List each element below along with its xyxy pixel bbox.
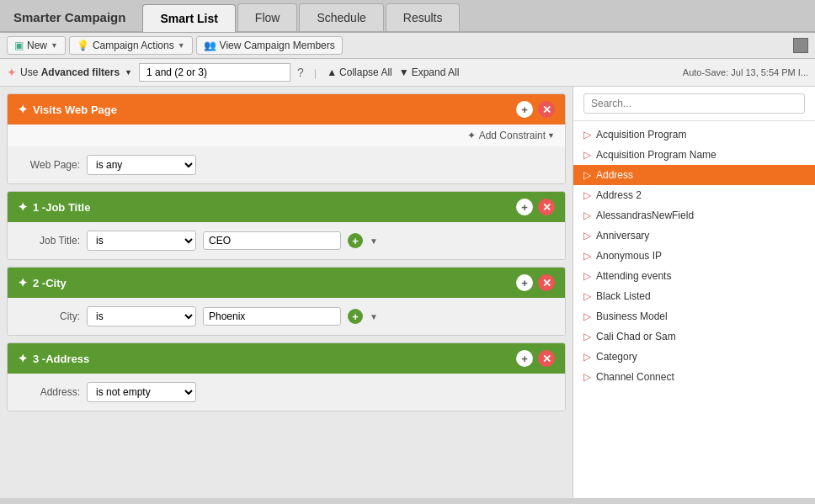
visits-web-page-add-btn[interactable]: + xyxy=(516,101,533,118)
attribute-label: AlessandrasNewField xyxy=(596,210,694,221)
attribute-item-alessandras-new-field[interactable]: ▷ AlessandrasNewField xyxy=(573,205,815,225)
attr-icon: ▷ xyxy=(583,210,591,221)
help-icon[interactable]: ? xyxy=(297,66,304,79)
attribute-label: Black Listed xyxy=(596,290,651,302)
visits-web-page-icon: ✦ xyxy=(18,103,28,116)
attribute-label: Channel Connect xyxy=(596,371,674,383)
attribute-item-acquisition-program[interactable]: ▷ Acquisition Program xyxy=(573,125,815,145)
attr-icon: ▷ xyxy=(583,129,591,141)
right-panel: ▷ Acquisition Program ▷ Acquisition Prog… xyxy=(573,87,815,498)
city-icon: ✦ xyxy=(18,276,28,289)
address-row: Address: is not empty xyxy=(21,382,551,402)
address-operator-select[interactable]: is not empty xyxy=(87,382,196,402)
web-page-operator-select[interactable]: is any xyxy=(87,155,196,175)
attribute-item-business-model[interactable]: ▷ Business Model xyxy=(573,306,815,326)
filter-card-address: ✦ 3 - Address + ✕ Address: is not empty xyxy=(7,342,566,411)
city-add-btn[interactable]: + xyxy=(516,274,533,291)
city-header: ✦ 2 - City + ✕ xyxy=(8,268,565,298)
new-icon: ▣ xyxy=(14,40,24,51)
attribute-label: Category xyxy=(596,351,637,363)
attribute-item-cali-chad-or-sam[interactable]: ▷ Cali Chad or Sam xyxy=(573,326,815,347)
visits-web-page-close-btn[interactable]: ✕ xyxy=(538,101,555,118)
attribute-list: ▷ Acquisition Program ▷ Acquisition Prog… xyxy=(573,121,815,390)
job-title-title: Job Title xyxy=(45,201,90,214)
attribute-label: Anonymous IP xyxy=(596,250,662,262)
job-title-icon: ✦ xyxy=(18,200,28,214)
attribute-item-acquisition-program-name[interactable]: ▷ Acquisition Program Name xyxy=(573,145,815,165)
tab-schedule[interactable]: Schedule xyxy=(299,3,383,31)
job-title-close-btn[interactable]: ✕ xyxy=(538,199,555,215)
campaign-actions-arrow: ▼ xyxy=(178,41,185,50)
attribute-item-address-2[interactable]: ▷ Address 2 xyxy=(573,185,815,205)
toolbar-collapse-button[interactable] xyxy=(793,38,808,53)
job-title-body: Job Title: is + ▼ xyxy=(8,222,565,259)
job-title-label: Job Title: xyxy=(21,235,80,247)
filter-bar: ✦ Use Advanced filters ▼ ? | ▲ Collapse … xyxy=(0,59,815,87)
view-members-button[interactable]: 👥 View Campaign Members xyxy=(196,36,343,55)
advanced-filters-toggle[interactable]: ✦ Use Advanced filters ▼ xyxy=(7,66,132,79)
city-row: City: is + ▼ xyxy=(21,306,551,326)
attr-icon: ▷ xyxy=(583,290,591,302)
expand-all-button[interactable]: ▼ Expand All xyxy=(399,66,460,78)
attr-icon: ▷ xyxy=(583,310,591,322)
address-number: 3 - xyxy=(33,353,45,365)
attribute-item-anonymous-ip[interactable]: ▷ Anonymous IP xyxy=(573,246,815,266)
attribute-search-input[interactable] xyxy=(583,93,805,114)
attribute-item-address[interactable]: ▷ Address xyxy=(573,165,815,185)
city-add-value-btn[interactable]: + xyxy=(348,309,363,324)
job-title-value-input[interactable] xyxy=(203,231,341,250)
advanced-filters-arrow: ▼ xyxy=(125,68,132,77)
add-constraint-button[interactable]: ✦ Add Constraint ▼ xyxy=(8,125,565,146)
job-title-header: ✦ 1 - Job Title + ✕ xyxy=(8,192,565,222)
attribute-label: Address 2 xyxy=(596,189,642,201)
attr-icon: ▷ xyxy=(583,230,591,241)
visits-web-page-title: Visits Web Page xyxy=(33,103,117,116)
tab-flow[interactable]: Flow xyxy=(237,3,298,31)
attribute-label: Anniversary xyxy=(596,230,649,241)
search-box xyxy=(573,87,815,121)
attribute-item-black-listed[interactable]: ▷ Black Listed xyxy=(573,286,815,306)
app-title: Smarter Campaign xyxy=(0,3,139,31)
visits-web-page-body: Web Page: is any xyxy=(8,146,565,183)
collapse-icon: ▲ xyxy=(327,66,337,78)
filter-logic-input[interactable] xyxy=(139,63,290,82)
tab-smart-list[interactable]: Smart List xyxy=(142,4,235,32)
city-number: 2 - xyxy=(33,277,45,289)
attr-icon: ▷ xyxy=(583,189,591,201)
address-add-btn[interactable]: + xyxy=(516,350,533,367)
tab-results[interactable]: Results xyxy=(386,3,461,31)
advanced-filters-icon: ✦ xyxy=(7,66,17,79)
attribute-label: Attending events xyxy=(596,270,671,282)
attribute-label: Business Model xyxy=(596,310,668,322)
job-title-add-value-btn[interactable]: + xyxy=(348,233,363,248)
address-header: ✦ 3 - Address + ✕ xyxy=(8,343,565,374)
address-icon: ✦ xyxy=(18,352,28,365)
autosave-label: Auto-Save: Jul 13, 5:54 PM I... xyxy=(683,67,808,77)
new-button[interactable]: ▣ New ▼ xyxy=(7,36,66,55)
attribute-label: Acquisition Program xyxy=(596,129,686,141)
job-title-value-arrow[interactable]: ▼ xyxy=(370,236,378,246)
main-layout: ✦ Visits Web Page + ✕ ✦ Add Constraint ▼… xyxy=(0,87,815,498)
attribute-item-anniversary[interactable]: ▷ Anniversary xyxy=(573,225,815,246)
attribute-item-category[interactable]: ▷ Category xyxy=(573,347,815,367)
collapse-all-button[interactable]: ▲ Collapse All xyxy=(327,66,392,78)
attribute-label: Cali Chad or Sam xyxy=(596,331,676,342)
filter-card-visits-web-page: ✦ Visits Web Page + ✕ ✦ Add Constraint ▼… xyxy=(7,93,566,184)
city-close-btn[interactable]: ✕ xyxy=(538,274,555,291)
attribute-item-attending-events[interactable]: ▷ Attending events xyxy=(573,266,815,286)
city-value-input[interactable] xyxy=(203,307,341,326)
visits-web-page-header: ✦ Visits Web Page + ✕ xyxy=(8,94,565,125)
attribute-item-channel-connect[interactable]: ▷ Channel Connect xyxy=(573,367,815,387)
tab-bar: Smarter Campaign Smart List Flow Schedul… xyxy=(0,0,815,33)
attr-icon: ▷ xyxy=(583,169,591,181)
campaign-actions-button[interactable]: 💡 Campaign Actions ▼ xyxy=(69,36,193,55)
job-title-operator-select[interactable]: is xyxy=(87,231,196,251)
city-value-arrow[interactable]: ▼ xyxy=(370,312,378,321)
new-dropdown-arrow: ▼ xyxy=(51,41,58,50)
city-operator-select[interactable]: is xyxy=(87,306,196,326)
web-page-label: Web Page: xyxy=(21,159,80,171)
attr-icon: ▷ xyxy=(583,351,591,363)
web-page-row: Web Page: is any xyxy=(21,155,551,175)
job-title-add-btn[interactable]: + xyxy=(516,199,533,215)
address-close-btn[interactable]: ✕ xyxy=(538,350,555,367)
